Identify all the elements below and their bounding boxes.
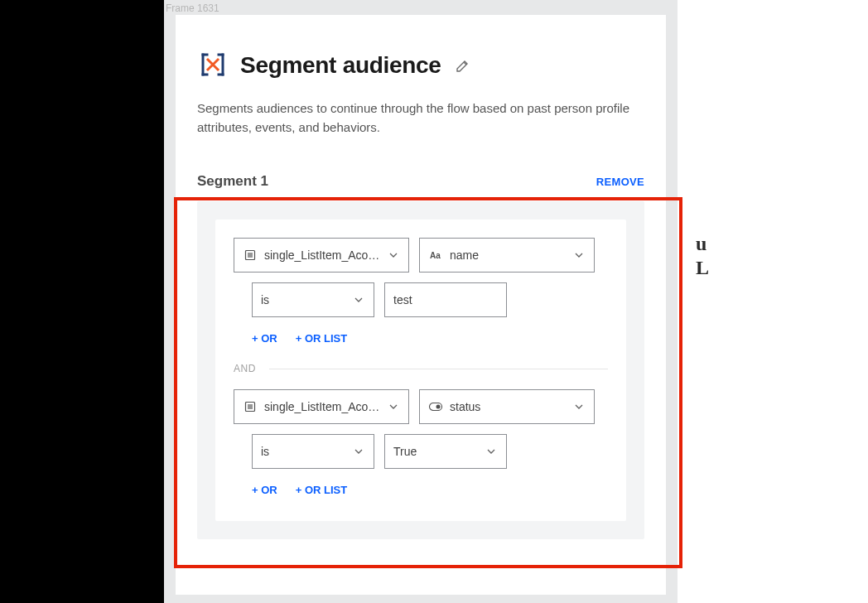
chevron-down-icon xyxy=(486,446,498,456)
chevron-down-icon xyxy=(574,402,586,412)
chevron-down-icon xyxy=(388,250,400,260)
chevron-down-icon xyxy=(388,402,400,412)
chevron-down-icon xyxy=(574,250,586,260)
annotation-text: u L xyxy=(696,232,709,280)
edit-title-button[interactable] xyxy=(455,57,471,74)
value-label: True xyxy=(393,445,481,458)
entity-label: single_ListItem_Acou… xyxy=(264,248,383,262)
rule-row: is True xyxy=(252,434,608,469)
background-panel-right xyxy=(678,0,868,603)
entity-select[interactable]: single_ListItem_Acou… xyxy=(234,389,409,424)
property-select[interactable]: Aa name xyxy=(419,238,595,273)
segment-header: Segment 1 REMOVE xyxy=(197,173,644,190)
text-prop-icon: Aa xyxy=(428,250,443,260)
divider-line xyxy=(269,369,608,369)
svg-text:Aa: Aa xyxy=(430,251,441,260)
rule-group: single_ListItem_Acou… Aa name xyxy=(215,219,626,521)
chevron-down-icon xyxy=(354,446,365,456)
list-icon xyxy=(243,249,258,261)
segment-title: Segment 1 xyxy=(197,173,268,190)
entity-label: single_ListItem_Acou… xyxy=(264,400,383,413)
segment-logo-icon xyxy=(197,50,229,81)
add-or-list-button[interactable]: + OR LIST xyxy=(296,332,347,345)
property-label: name xyxy=(450,248,569,262)
page-title: Segment audience xyxy=(240,52,441,79)
list-icon xyxy=(243,401,258,412)
rule-row: single_ListItem_Acou… Aa name xyxy=(234,238,608,273)
add-or-list-button[interactable]: + OR LIST xyxy=(296,484,347,496)
rule-row: single_ListItem_Acou… status xyxy=(234,389,608,424)
and-divider: AND xyxy=(234,363,608,374)
operator-label: is xyxy=(261,293,349,306)
or-actions: + OR + OR LIST xyxy=(252,332,608,345)
property-label: status xyxy=(450,400,569,413)
toggle-prop-icon xyxy=(428,403,443,411)
frame-label: Frame 1631 xyxy=(166,2,219,14)
chevron-down-icon xyxy=(354,295,365,305)
operator-label: is xyxy=(261,445,349,458)
and-label: AND xyxy=(234,363,256,374)
svg-point-10 xyxy=(436,405,441,409)
operator-select[interactable]: is xyxy=(252,282,374,317)
add-or-button[interactable]: + OR xyxy=(252,484,277,496)
rule-builder: single_ListItem_Acou… Aa name xyxy=(197,201,644,539)
or-actions: + OR + OR LIST xyxy=(252,484,608,496)
value-text: test xyxy=(393,293,412,306)
operator-select[interactable]: is xyxy=(252,434,374,469)
value-select[interactable]: True xyxy=(384,434,507,469)
entity-select[interactable]: single_ListItem_Acou… xyxy=(234,238,409,273)
property-select[interactable]: status xyxy=(419,389,595,424)
panel-header: Segment audience xyxy=(197,50,644,81)
remove-segment-link[interactable]: REMOVE xyxy=(596,176,644,188)
add-or-button[interactable]: + OR xyxy=(252,332,277,345)
design-canvas: Frame 1631 Segment audience xyxy=(164,0,678,603)
value-input[interactable]: test xyxy=(384,282,507,317)
panel-description: Segments audiences to continue through t… xyxy=(197,99,636,137)
rule-row: is test xyxy=(252,282,608,317)
segment-panel: Segment audience Segments audiences to c… xyxy=(176,15,666,595)
